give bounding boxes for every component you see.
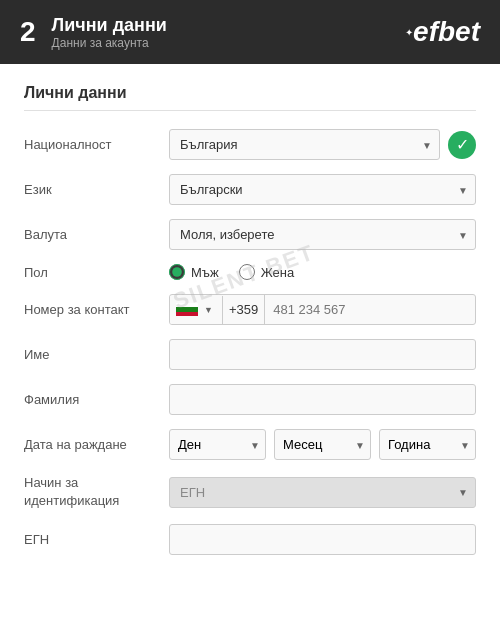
dob-day-wrapper: Ден ▼ (169, 429, 266, 460)
nationality-field: България ▼ ✓ (169, 129, 476, 160)
phone-code: +359 (223, 295, 265, 324)
gender-field: Мъж Жена (169, 264, 476, 280)
step-number: 2 (20, 16, 36, 48)
ident-label: Начин заидентификация (24, 474, 169, 510)
gender-label: Пол (24, 265, 169, 280)
step-title: Лични данни (52, 15, 167, 36)
nationality-check-icon: ✓ (448, 131, 476, 159)
gender-female-radio[interactable] (239, 264, 255, 280)
egn-field (169, 524, 476, 555)
name-row: Име (24, 339, 476, 370)
egn-input[interactable] (169, 524, 476, 555)
ident-select-wrapper: ЕГН ▼ (169, 477, 476, 508)
phone-label: Номер за контакт (24, 302, 169, 317)
logo-text: efbet (413, 16, 480, 48)
logo-area: ✦ efbet (405, 16, 480, 48)
gender-radio-group: Мъж Жена (169, 264, 294, 280)
surname-input[interactable] (169, 384, 476, 415)
surname-label: Фамилия (24, 392, 169, 407)
currency-select[interactable]: Моля, изберете (169, 219, 476, 250)
nationality-row: Националност България ▼ ✓ (24, 129, 476, 160)
phone-input[interactable] (265, 295, 475, 324)
language-label: Език (24, 182, 169, 197)
currency-select-wrapper: Моля, изберете ▼ (169, 219, 476, 250)
main-content: Лични данни Националност България ▼ ✓ Ез… (0, 64, 500, 589)
dob-year-wrapper: Година ▼ (379, 429, 476, 460)
surname-row: Фамилия (24, 384, 476, 415)
gender-female-option[interactable]: Жена (239, 264, 294, 280)
currency-field: Моля, изберете ▼ (169, 219, 476, 250)
gender-row: Пол Мъж Жена (24, 264, 476, 280)
logo-star-icon: ✦ (405, 27, 413, 38)
dob-day-select[interactable]: Ден (169, 429, 266, 460)
dob-field: Ден ▼ Месец ▼ Година ▼ (169, 429, 476, 460)
name-field (169, 339, 476, 370)
section-title: Лични данни (24, 84, 476, 111)
header: 2 Лични данни Данни за акаунта ✦ efbet (0, 0, 500, 64)
date-selects: Ден ▼ Месец ▼ Година ▼ (169, 429, 476, 460)
currency-row: Валута Моля, изберете ▼ (24, 219, 476, 250)
dob-label: Дата на раждане (24, 437, 169, 452)
language-select-wrapper: Български ▼ (169, 174, 476, 205)
gender-female-label: Жена (261, 265, 294, 280)
dob-month-wrapper: Месец ▼ (274, 429, 371, 460)
nationality-label: Националност (24, 137, 169, 152)
bulgaria-flag-icon (176, 303, 198, 317)
phone-row: Номер за контакт ▼ +359 (24, 294, 476, 325)
gender-male-radio[interactable] (169, 264, 185, 280)
dob-year-select[interactable]: Година (379, 429, 476, 460)
step-text: Лични данни Данни за акаунта (52, 15, 167, 50)
phone-flag-dropdown-icon: ▼ (201, 305, 216, 315)
ident-field: ЕГН ▼ (169, 477, 476, 508)
nationality-select-wrapper: България ▼ (169, 129, 440, 160)
surname-field (169, 384, 476, 415)
dob-row: Дата на раждане Ден ▼ Месец ▼ (24, 429, 476, 460)
language-select[interactable]: Български (169, 174, 476, 205)
content-wrapper: SILENT BET Лични данни Националност Бълг… (0, 64, 500, 589)
language-row: Език Български ▼ (24, 174, 476, 205)
ident-select[interactable]: ЕГН (169, 477, 476, 508)
step-arrow: 2 (20, 16, 40, 48)
phone-flag-select[interactable]: ▼ (170, 296, 223, 324)
gender-male-option[interactable]: Мъж (169, 264, 219, 280)
phone-field: ▼ +359 (169, 294, 476, 325)
header-left: 2 Лични данни Данни за акаунта (20, 15, 167, 50)
name-label: Име (24, 347, 169, 362)
egn-row: ЕГН (24, 524, 476, 555)
gender-male-label: Мъж (191, 265, 219, 280)
language-field: Български ▼ (169, 174, 476, 205)
egn-label: ЕГН (24, 532, 169, 547)
currency-label: Валута (24, 227, 169, 242)
name-input[interactable] (169, 339, 476, 370)
dob-month-select[interactable]: Месец (274, 429, 371, 460)
ident-row: Начин заидентификация ЕГН ▼ (24, 474, 476, 510)
step-subtitle: Данни за акаунта (52, 36, 167, 50)
phone-wrapper: ▼ +359 (169, 294, 476, 325)
nationality-select[interactable]: България (169, 129, 440, 160)
